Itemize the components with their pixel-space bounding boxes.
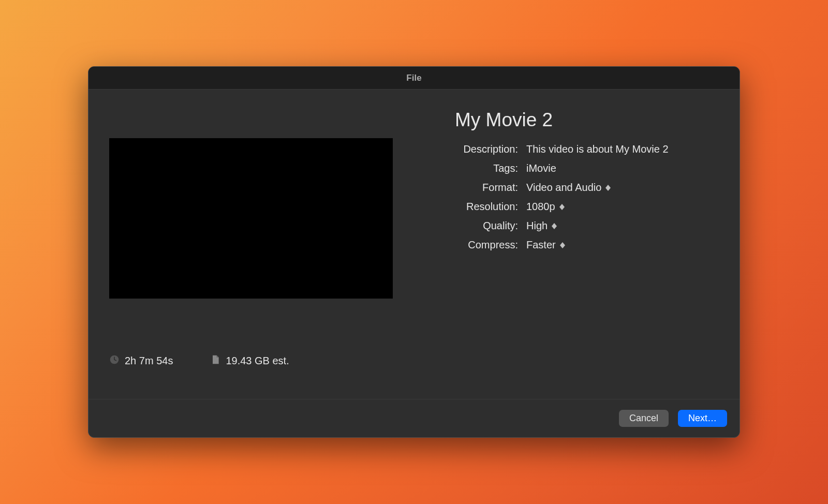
format-row: Format: Video and Audio [425,182,719,194]
format-select[interactable]: Video and Audio [526,182,611,194]
compress-label: Compress: [425,239,518,251]
dialog-footer: Cancel Next… [88,399,740,437]
filesize-stat: 19.43 GB est. [210,354,289,367]
resolution-value: 1080p [526,201,555,213]
resolution-label: Resolution: [425,201,518,213]
quality-label: Quality: [425,220,518,232]
window-title: File [406,73,421,83]
description-field[interactable]: This video is about My Movie 2 [526,143,669,155]
quality-select[interactable]: High [526,220,557,232]
resolution-select[interactable]: 1080p [526,201,565,213]
tags-label: Tags: [425,162,518,174]
chevron-updown-icon [559,204,565,210]
left-panel: 2h 7m 54s 19.43 GB est. [109,109,399,389]
export-dialog: File 2h 7m 54s 19.43 GB est. [88,66,740,438]
video-preview-thumbnail [109,138,393,299]
clock-icon [109,354,120,367]
compress-select[interactable]: Faster [526,239,565,251]
next-button[interactable]: Next… [678,410,727,427]
quality-row: Quality: High [425,220,719,232]
dialog-content: 2h 7m 54s 19.43 GB est. My Movie 2 Descr… [88,90,740,399]
format-label: Format: [425,182,518,194]
format-value: Video and Audio [526,182,601,194]
export-form: Description: This video is about My Movi… [425,143,719,251]
right-panel: My Movie 2 Description: This video is ab… [399,109,719,389]
compress-row: Compress: Faster [425,239,719,251]
duration-stat: 2h 7m 54s [109,354,173,367]
file-icon [210,354,220,367]
tags-field[interactable]: iMovie [526,162,556,174]
titlebar: File [88,67,740,90]
filesize-value: 19.43 GB est. [226,355,289,367]
movie-title: My Movie 2 [425,109,719,131]
description-row: Description: This video is about My Movi… [425,143,719,155]
chevron-updown-icon [560,242,565,248]
compress-value: Faster [526,239,556,251]
chevron-updown-icon [605,185,611,191]
cancel-button[interactable]: Cancel [619,410,669,427]
quality-value: High [526,220,548,232]
duration-value: 2h 7m 54s [125,355,173,367]
export-stats: 2h 7m 54s 19.43 GB est. [109,354,399,367]
chevron-updown-icon [552,223,557,229]
resolution-row: Resolution: 1080p [425,201,719,213]
description-label: Description: [425,143,518,155]
tags-row: Tags: iMovie [425,162,719,174]
